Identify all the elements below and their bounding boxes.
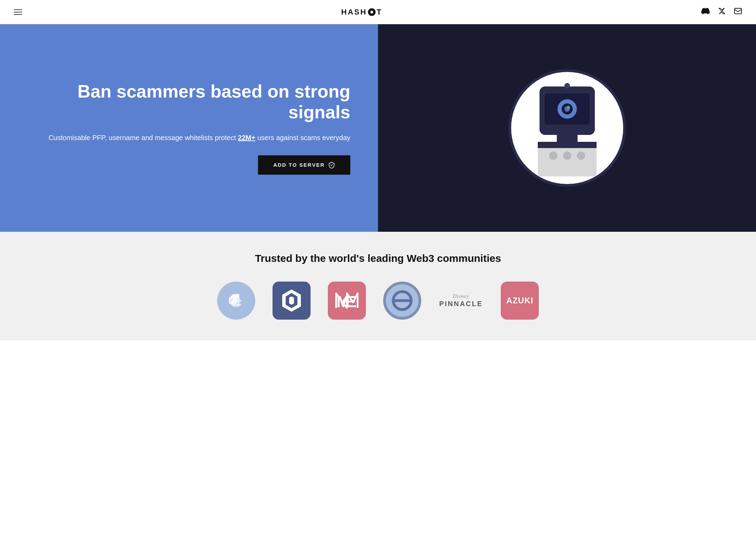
svg-point-6 [567, 106, 570, 109]
pinnacle-text: PINNACLE [439, 300, 483, 308]
opensea-icon [226, 291, 246, 311]
magic-eden-logo: M Ξ [328, 282, 366, 320]
email-icon[interactable] [734, 7, 742, 17]
navbar: HASH T [0, 0, 756, 24]
azuki-text: AZUKI [506, 296, 533, 305]
robot-illustration [508, 69, 626, 187]
opensea-logo [217, 282, 255, 320]
hero-headline: Ban scammers based on strong signals [28, 81, 350, 123]
add-to-server-label: ADD TO SERVER [273, 162, 325, 168]
disney-text: Disney [453, 293, 469, 299]
logo-text-part1: HASH [341, 8, 367, 17]
discord-icon[interactable] [701, 7, 710, 17]
add-to-server-button[interactable]: ADD TO SERVER [258, 155, 350, 175]
hero-subtext-part1: Customisable PFP, username and message w… [48, 134, 238, 141]
site-logo: HASH T [341, 8, 382, 17]
svg-point-11 [549, 152, 557, 160]
disney-pinnacle-logo: Disney PINNACLE [439, 293, 483, 308]
svg-point-7 [564, 83, 570, 89]
svg-rect-0 [735, 8, 741, 14]
robot-svg [519, 76, 616, 180]
magic-eden-icon: M Ξ [335, 292, 359, 309]
svg-point-13 [577, 152, 585, 160]
trusted-title: Trusted by the world's leading Web3 comm… [28, 253, 728, 264]
svg-point-12 [563, 152, 571, 160]
ens-logo [383, 282, 421, 320]
logo-text-part2: T [377, 8, 382, 17]
logos-row: M Ξ Disney PINNACLE AZUKI [28, 282, 728, 320]
chainlink-icon [282, 289, 302, 312]
logo-robot-icon [368, 8, 376, 16]
svg-marker-17 [289, 296, 294, 305]
trusted-section: Trusted by the world's leading Web3 comm… [0, 232, 756, 340]
hero-subtext-part2: users against scams everyday [255, 134, 350, 141]
twitter-icon[interactable] [718, 7, 726, 17]
svg-text:Ξ: Ξ [347, 293, 357, 309]
svg-rect-8 [557, 135, 578, 142]
svg-rect-10 [538, 142, 597, 148]
hero-subtext: Customisable PFP, username and message w… [28, 132, 350, 143]
hero-right-panel [378, 24, 756, 232]
hero-left-panel: Ban scammers based on strong signals Cus… [0, 24, 378, 232]
ens-icon [392, 290, 413, 311]
azuki-logo: AZUKI [501, 282, 539, 320]
svg-rect-14 [231, 304, 241, 305]
hero-cta-wrap: ADD TO SERVER [28, 155, 350, 175]
nav-left [14, 9, 22, 15]
chainlink-logo [273, 282, 311, 320]
hero-section: Ban scammers based on strong signals Cus… [0, 24, 756, 232]
nav-icons [701, 7, 742, 17]
hamburger-menu[interactable] [14, 9, 22, 15]
hero-highlight: 22M+ [238, 134, 256, 141]
shield-icon [328, 162, 335, 168]
